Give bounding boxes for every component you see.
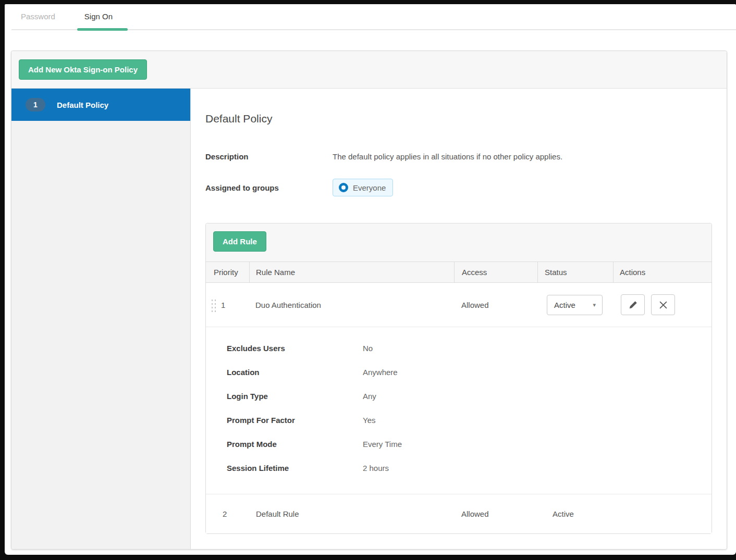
column-header-status: Status (537, 262, 613, 282)
detail-value: No (363, 343, 373, 354)
column-header-access: Access (454, 262, 537, 282)
table-row-rule-2: 2 Default Rule Allowed Active (206, 494, 712, 533)
detail-row-session-lifetime: Session Lifetime 2 hours (227, 463, 712, 474)
detail-label: Login Type (227, 391, 363, 402)
rule-name: Default Rule (249, 509, 454, 518)
detail-row-prompt-mode: Prompt Mode Every Time (227, 439, 712, 450)
detail-label: Excludes Users (227, 343, 363, 354)
assigned-groups-label: Assigned to groups (205, 183, 333, 192)
column-header-actions: Actions (613, 262, 712, 282)
policy-list-sidebar: 1 Default Policy (11, 89, 191, 549)
detail-row-login-type: Login Type Any (227, 391, 712, 402)
add-rule-button[interactable]: Add Rule (213, 231, 266, 252)
rule-access: Allowed (454, 509, 537, 518)
rule-access: Allowed (454, 301, 537, 309)
policy-detail-pane: Default Policy Description The default p… (191, 89, 727, 549)
table-row-rule-1: 1 Duo Authentication Allowed Active ▾ (206, 283, 712, 327)
detail-row-prompt-for-factor: Prompt For Factor Yes (227, 415, 712, 426)
detail-value: Every Time (363, 439, 402, 450)
drag-handle-icon[interactable] (211, 298, 216, 312)
rule-status-value: Active (537, 509, 613, 518)
rule-priority: 1 (221, 301, 225, 309)
rules-card-header: Add Rule (206, 223, 712, 262)
rule-priority: 2 (206, 509, 249, 518)
delete-rule-button[interactable] (651, 294, 675, 315)
detail-value: Any (363, 391, 376, 402)
sign-on-policy-card: Add New Okta Sign-on Policy 1 Default Po… (11, 51, 727, 550)
detail-label: Prompt Mode (227, 439, 363, 450)
column-header-priority: Priority (206, 262, 249, 282)
policy-priority-badge: 1 (26, 98, 45, 111)
column-header-rule-name: Rule Name (249, 262, 454, 282)
pencil-icon (629, 301, 637, 309)
detail-value: Anywhere (363, 367, 398, 378)
edit-rule-button[interactable] (621, 294, 645, 315)
add-policy-button[interactable]: Add New Okta Sign-on Policy (19, 59, 147, 80)
detail-value: 2 hours (363, 463, 389, 474)
active-tab-underline (77, 28, 128, 31)
tab-sign-on[interactable]: Sign On (84, 12, 113, 21)
page-panel: Password Sign On Add New Okta Sign-on Po… (5, 4, 736, 555)
rules-table-header: Priority Rule Name Access Status Actions (206, 262, 712, 283)
rule-status-dropdown[interactable]: Active ▾ (547, 295, 603, 315)
tab-bar: Password Sign On (5, 4, 736, 35)
policy-card-header: Add New Okta Sign-on Policy (11, 51, 727, 89)
detail-row-excludes-users: Excludes Users No (227, 343, 712, 354)
detail-value: Yes (363, 415, 375, 426)
rules-card: Add Rule Priority Rule Name Access Statu… (205, 223, 712, 534)
tab-password[interactable]: Password (21, 12, 55, 21)
detail-label: Location (227, 367, 363, 378)
x-icon (659, 301, 667, 309)
everyone-group-icon (339, 183, 348, 192)
assigned-group-chip[interactable]: Everyone (333, 179, 393, 196)
chevron-down-icon: ▾ (593, 302, 596, 308)
rule-status-value: Active (554, 301, 575, 309)
detail-row-location: Location Anywhere (227, 367, 712, 378)
detail-label: Session Lifetime (227, 463, 363, 474)
rule-name: Duo Authentication (249, 301, 454, 309)
rule-details-section: Excludes Users No Location Anywhere Logi… (206, 327, 712, 494)
description-value: The default policy applies in all situat… (333, 152, 562, 161)
description-label: Description (205, 152, 333, 161)
detail-label: Prompt For Factor (227, 415, 363, 426)
policy-item-label: Default Policy (57, 101, 108, 109)
assigned-group-name: Everyone (353, 183, 386, 192)
sidebar-item-default-policy[interactable]: 1 Default Policy (11, 89, 190, 121)
page-title: Default Policy (205, 113, 712, 125)
